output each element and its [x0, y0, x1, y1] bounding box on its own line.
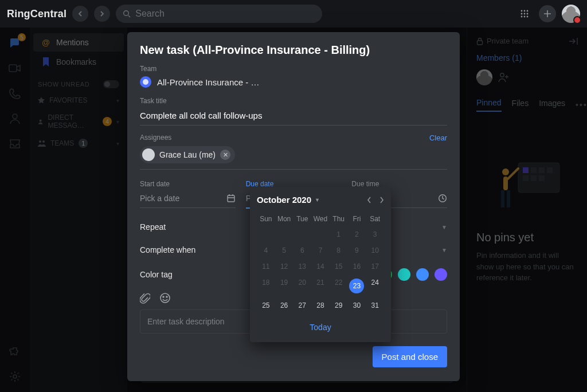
calendar-day[interactable]: 30	[348, 297, 366, 313]
rail-apps[interactable]	[9, 346, 21, 359]
favorites-section[interactable]: FAVORITES ▾	[30, 92, 127, 109]
sidenav-bookmarks[interactable]: Bookmarks	[33, 53, 124, 71]
calendar-day[interactable]: 8	[330, 242, 348, 258]
calendar-day[interactable]: 2	[348, 226, 366, 242]
calendar-day[interactable]: 15	[330, 258, 348, 275]
members-link[interactable]: Members (1)	[476, 53, 578, 62]
calendar-dow: Sat	[366, 211, 384, 226]
calendar-day[interactable]: 19	[275, 275, 294, 297]
chevron-left-icon	[78, 11, 83, 17]
calendar-day[interactable]: 22	[330, 275, 348, 297]
calendar-day[interactable]: 28	[311, 297, 330, 313]
start-date-field[interactable]: Start date Pick a date	[140, 180, 236, 209]
calendar-icon	[226, 194, 236, 203]
prev-month-button[interactable]	[367, 197, 371, 203]
calendar-day[interactable]: 31	[366, 297, 384, 313]
calendar-day[interactable]: 6	[293, 242, 311, 258]
teams-section[interactable]: TEAMS 1 ▾	[30, 134, 127, 152]
color-swatch[interactable]	[398, 268, 410, 281]
today-button[interactable]: Today	[257, 319, 384, 335]
remove-assignee-button[interactable]: ✕	[220, 150, 230, 160]
calendar-day[interactable]: 11	[257, 258, 275, 275]
dm-section[interactable]: DIRECT MESSAG… 4 ▾	[30, 109, 127, 134]
svg-point-9	[527, 16, 529, 18]
calendar-day[interactable]: 24	[366, 275, 384, 297]
calendar-day[interactable]: 9	[348, 242, 366, 258]
tab-pinned[interactable]: Pinned	[476, 98, 502, 112]
empty-desc: Pin information and it will show up here…	[476, 250, 578, 284]
dialpad-button[interactable]	[516, 5, 533, 22]
assignee-chip: Grace Lau (me) ✕	[140, 146, 235, 163]
svg-rect-16	[478, 41, 483, 45]
profile-avatar[interactable]	[562, 5, 580, 23]
svg-rect-30	[228, 195, 234, 202]
rail-phone[interactable]	[9, 87, 21, 100]
rail-settings[interactable]	[9, 370, 21, 383]
tab-images[interactable]: Images	[539, 99, 565, 111]
color-swatch[interactable]	[416, 268, 429, 281]
calendar-day[interactable]: 4	[257, 242, 275, 258]
calendar-day[interactable]: 3	[366, 226, 384, 242]
chevron-right-icon	[379, 197, 384, 203]
attach-button[interactable]	[140, 292, 150, 304]
calendar-month-label[interactable]: October 2020	[257, 195, 311, 205]
chevron-right-icon	[100, 11, 104, 17]
clear-assignees-button[interactable]: Clear	[429, 134, 447, 142]
calendar-day[interactable]: 17	[366, 258, 384, 275]
empty-illustration	[476, 152, 578, 221]
mention-icon: @	[41, 38, 50, 47]
svg-rect-28	[501, 190, 504, 207]
global-search[interactable]: Search	[116, 5, 322, 23]
assignees-label: Assignees	[140, 134, 235, 142]
person-icon	[38, 118, 43, 125]
calendar-day[interactable]: 13	[293, 258, 311, 275]
calendar-day[interactable]: 5	[275, 242, 294, 258]
nav-forward-button[interactable]	[94, 6, 110, 22]
calendar-day[interactable]: 1	[330, 226, 348, 242]
new-button[interactable]	[539, 5, 556, 22]
calendar-day[interactable]: 21	[311, 275, 330, 297]
rail-video[interactable]	[9, 62, 21, 75]
svg-point-33	[161, 293, 170, 303]
rail-inbox[interactable]	[9, 138, 21, 150]
member-avatar[interactable]	[476, 69, 492, 85]
collapse-panel-button[interactable]	[569, 37, 578, 45]
calendar-day[interactable]: 29	[330, 297, 348, 313]
nav-back-button[interactable]	[72, 6, 88, 22]
calendar-day[interactable]: 27	[293, 297, 311, 313]
calendar-day[interactable]: 10	[366, 242, 384, 258]
svg-point-15	[42, 140, 45, 143]
side-nav: @ Mentions Bookmarks SHOW UNREAD FAVORIT…	[30, 28, 127, 392]
rail-messages[interactable]: 5	[9, 37, 21, 49]
task-title-input[interactable]: Complete all cold call follow-ups	[140, 107, 447, 126]
calendar-day[interactable]: 26	[275, 297, 294, 313]
calendar-day[interactable]: 20	[293, 275, 311, 297]
show-unread-row: SHOW UNREAD	[30, 72, 127, 92]
chevron-down-icon: ▼	[441, 247, 447, 253]
tab-more-button[interactable]: •••	[576, 100, 587, 109]
calendar-day[interactable]: 23	[348, 275, 366, 297]
sidenav-mentions[interactable]: @ Mentions	[33, 33, 124, 52]
chevron-down-icon: ▾	[116, 97, 119, 104]
calendar-day[interactable]: 7	[311, 242, 330, 258]
chevron-down-icon: ▾	[116, 140, 119, 147]
svg-point-7	[521, 16, 523, 18]
calendar-day[interactable]: 14	[311, 258, 330, 275]
emoji-button[interactable]	[159, 292, 171, 304]
calendar-day[interactable]: 25	[257, 297, 275, 313]
tab-files[interactable]: Files	[512, 99, 529, 111]
calendar-day[interactable]: 18	[257, 275, 275, 297]
team-selector[interactable]: All-Province Insurance - …	[140, 76, 447, 88]
start-date-placeholder: Pick a date	[140, 194, 179, 203]
next-month-button[interactable]	[379, 197, 384, 203]
add-member-button[interactable]	[498, 72, 510, 83]
rail-contacts[interactable]	[9, 112, 21, 125]
color-swatch[interactable]	[435, 268, 447, 281]
assignee-chips[interactable]: Grace Lau (me) ✕	[140, 146, 235, 163]
show-unread-toggle[interactable]	[103, 80, 119, 88]
calendar-day[interactable]: 16	[348, 258, 366, 275]
dm-badge: 4	[103, 117, 112, 126]
post-and-close-button[interactable]: Post and close	[373, 346, 447, 367]
calendar-day[interactable]: 12	[275, 258, 294, 275]
start-date-label: Start date	[140, 180, 236, 188]
